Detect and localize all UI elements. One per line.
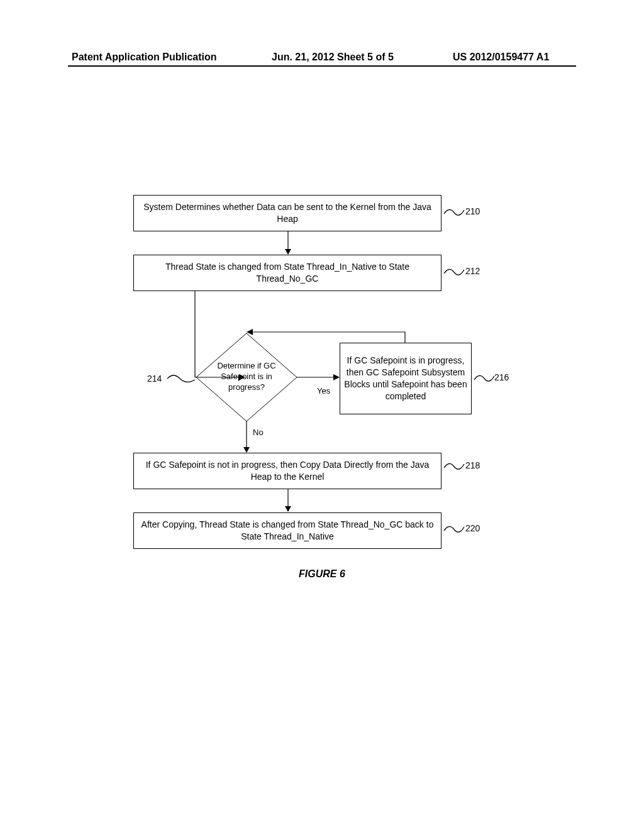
header-date-sheet: Jun. 21, 2012 Sheet 5 of 5 — [272, 52, 394, 63]
flowchart: System Determines whether Data can be se… — [0, 195, 644, 591]
arrow-218-220 — [284, 489, 292, 514]
arrow-decision-218-no — [243, 421, 250, 455]
leader-210 — [443, 204, 465, 219]
ref-220: 220 — [465, 523, 480, 533]
process-step-220: After Copying, Thread State is changed f… — [133, 512, 441, 549]
leader-212 — [443, 263, 465, 279]
process-step-212: Thread State is changed from State Threa… — [133, 255, 441, 291]
figure-caption: FIGURE 6 — [0, 568, 644, 580]
arrow-216-decision-back — [247, 328, 410, 347]
label-yes: Yes — [317, 386, 330, 396]
arrow-212-decision — [195, 291, 252, 382]
svg-marker-4 — [239, 374, 245, 380]
ref-218: 218 — [465, 460, 480, 470]
svg-marker-7 — [247, 329, 253, 335]
arrow-210-212 — [284, 231, 292, 257]
svg-marker-2 — [285, 249, 291, 255]
svg-marker-9 — [243, 447, 250, 453]
page: Patent Application Publication Jun. 21, … — [0, 0, 644, 830]
ref-214: 214 — [147, 374, 162, 384]
arrow-decision-216-yes — [297, 374, 342, 381]
ref-210: 210 — [465, 206, 480, 216]
ref-216: 216 — [494, 372, 509, 382]
label-no: No — [253, 428, 264, 437]
leader-216 — [473, 370, 496, 385]
process-step-218: If GC Safepoint is not in progress, then… — [133, 453, 441, 489]
leader-214 — [166, 371, 196, 386]
svg-marker-11 — [285, 506, 291, 512]
leader-220 — [443, 521, 465, 536]
process-step-216: If GC Safepoint is in progress, then GC … — [340, 343, 472, 414]
leader-218 — [443, 458, 465, 473]
header-publication-number: US 2012/0159477 A1 — [453, 52, 549, 63]
header-publication-type: Patent Application Publication — [72, 52, 217, 63]
ref-212: 212 — [465, 266, 480, 276]
process-step-210: System Determines whether Data can be se… — [133, 195, 441, 231]
header-rule — [68, 65, 576, 67]
svg-marker-6 — [333, 374, 340, 380]
